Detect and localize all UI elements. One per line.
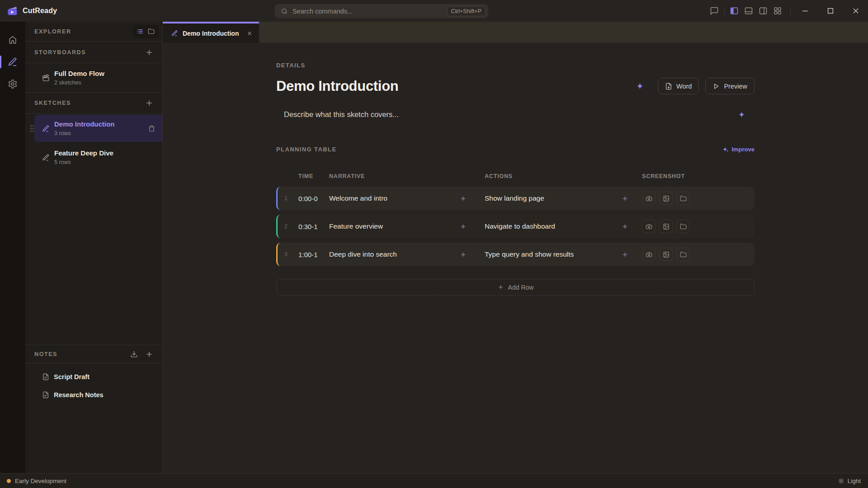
improve-button[interactable]: Improve xyxy=(722,146,755,153)
attach-image-button[interactable] xyxy=(659,220,673,233)
nav-settings-button[interactable] xyxy=(0,76,25,92)
folder-view-icon[interactable] xyxy=(148,28,155,35)
col-screenshot: SCREENSHOT xyxy=(642,173,755,179)
feedback-icon[interactable] xyxy=(710,6,719,15)
theme-toggle[interactable]: Light xyxy=(838,478,861,484)
sketch-item[interactable]: Feature Deep Dive 5 rows xyxy=(25,143,162,172)
ai-sparkle-button[interactable] xyxy=(622,195,628,202)
export-word-button[interactable]: Word xyxy=(658,78,699,94)
ai-sparkle-button[interactable] xyxy=(636,82,644,90)
tab-close-icon[interactable] xyxy=(246,30,253,37)
row-time[interactable]: 0:00-0:30 xyxy=(298,195,318,202)
status-text: Early Development xyxy=(15,478,66,484)
capture-screenshot-button[interactable] xyxy=(642,220,656,233)
preview-button[interactable]: Preview xyxy=(705,78,755,94)
add-row-button[interactable]: Add Row xyxy=(276,279,755,296)
ai-sparkle-button[interactable] xyxy=(622,223,628,230)
explorer-sidebar: EXPLORER STORYBOARDS xyxy=(25,22,163,473)
camera-icon xyxy=(646,195,652,202)
sun-icon xyxy=(838,478,844,484)
titlebar-actions xyxy=(710,6,868,15)
gear-icon xyxy=(8,79,18,89)
add-storyboard-button[interactable] xyxy=(145,48,153,56)
list-view-icon[interactable] xyxy=(137,28,143,35)
nav-sketches-button[interactable] xyxy=(0,54,25,70)
image-icon xyxy=(663,195,670,202)
row-time[interactable]: 0:30-1:00 xyxy=(298,223,318,230)
activity-rail xyxy=(0,22,25,473)
pencil-icon xyxy=(8,57,18,67)
capture-screenshot-button[interactable] xyxy=(642,248,656,261)
note-title: Research Notes xyxy=(54,391,104,399)
planning-table-label: PLANNING TABLE xyxy=(276,146,336,153)
storyboard-item[interactable]: Full Demo Flow 2 sketches xyxy=(25,63,162,93)
panel-bottom-toggle-icon[interactable] xyxy=(744,6,753,15)
minimize-button[interactable] xyxy=(801,6,810,15)
main-content: DETAILS Demo Introduction Word xyxy=(163,43,868,473)
table-row[interactable]: 3 1:00-1:30 Deep dive into search Type q… xyxy=(276,243,755,266)
row-actions[interactable]: Navigate to dashboard xyxy=(485,222,555,230)
document-icon xyxy=(42,391,49,399)
maximize-button[interactable] xyxy=(826,6,835,15)
title-bar: CutReady Ctrl+Shift+P xyxy=(0,0,868,22)
search-icon xyxy=(281,8,288,15)
row-narrative[interactable]: Welcome and intro xyxy=(329,194,387,202)
storyboards-header: STORYBOARDS xyxy=(25,42,162,63)
brand: CutReady xyxy=(0,5,57,17)
attach-image-button[interactable] xyxy=(659,192,673,205)
panel-left-toggle-icon[interactable] xyxy=(730,6,739,15)
document-icon xyxy=(42,373,49,380)
storyboard-subtitle: 2 sketches xyxy=(54,80,104,86)
pencil-icon xyxy=(171,30,178,37)
grid-layout-icon[interactable] xyxy=(773,6,782,15)
attach-image-button[interactable] xyxy=(659,248,673,261)
row-actions[interactable]: Show landing page xyxy=(485,194,544,202)
download-notes-button[interactable] xyxy=(130,350,138,358)
browse-files-button[interactable] xyxy=(676,220,690,233)
sketch-subtitle: 5 rows xyxy=(54,159,113,165)
explorer-header: EXPLORER xyxy=(25,22,162,42)
search-input[interactable] xyxy=(288,8,447,15)
capture-screenshot-button[interactable] xyxy=(642,192,656,205)
row-time[interactable]: 1:00-1:30 xyxy=(298,251,318,258)
image-icon xyxy=(663,223,670,230)
command-search[interactable]: Ctrl+Shift+P xyxy=(275,4,488,18)
note-item[interactable]: Script Draft xyxy=(25,368,162,386)
table-row[interactable]: 1 0:00-0:30 Welcome and intro Show landi… xyxy=(276,187,755,210)
pencil-icon xyxy=(42,125,50,132)
note-item[interactable]: Research Notes xyxy=(25,386,162,404)
ai-sparkle-button[interactable] xyxy=(622,251,628,258)
drag-handle[interactable] xyxy=(29,124,35,133)
details-section-label: DETAILS xyxy=(276,62,755,69)
browse-files-button[interactable] xyxy=(676,248,690,261)
sketches-label: SKETCHES xyxy=(34,100,71,106)
tab-demo-introduction[interactable]: Demo Introduction xyxy=(163,22,259,43)
sketches-header: SKETCHES xyxy=(25,93,162,114)
table-row[interactable]: 2 0:30-1:00 Feature overview Navigate to… xyxy=(276,215,755,238)
row-number: 3 xyxy=(284,251,298,258)
tab-label: Demo Introduction xyxy=(183,30,239,37)
ai-sparkle-button[interactable] xyxy=(460,251,467,258)
row-number: 2 xyxy=(284,223,298,230)
search-shortcut-badge: Ctrl+Shift+P xyxy=(447,6,486,16)
ai-sparkle-button[interactable] xyxy=(460,195,467,202)
folder-icon xyxy=(680,195,687,202)
delete-sketch-button[interactable] xyxy=(148,125,155,132)
row-narrative[interactable]: Feature overview xyxy=(329,222,383,230)
browse-files-button[interactable] xyxy=(676,192,690,205)
titlebar-separator xyxy=(790,6,791,15)
row-actions[interactable]: Type query and show results xyxy=(485,250,574,258)
panel-right-toggle-icon[interactable] xyxy=(759,6,768,15)
sketch-item-selected[interactable]: Demo Introduction 3 rows xyxy=(25,114,162,143)
word-button-label: Word xyxy=(676,83,692,90)
description-field[interactable]: Describe what this sketch covers... xyxy=(276,105,755,123)
ai-sparkle-button[interactable] xyxy=(738,111,745,118)
add-note-button[interactable] xyxy=(145,350,153,358)
ai-sparkle-button[interactable] xyxy=(460,223,467,230)
row-narrative[interactable]: Deep dive into search xyxy=(329,250,397,258)
notes-header: NOTES xyxy=(25,345,162,363)
nav-home-button[interactable] xyxy=(0,32,25,48)
folder-icon xyxy=(680,223,687,230)
add-sketch-button[interactable] xyxy=(145,99,153,107)
close-button[interactable] xyxy=(851,6,860,15)
